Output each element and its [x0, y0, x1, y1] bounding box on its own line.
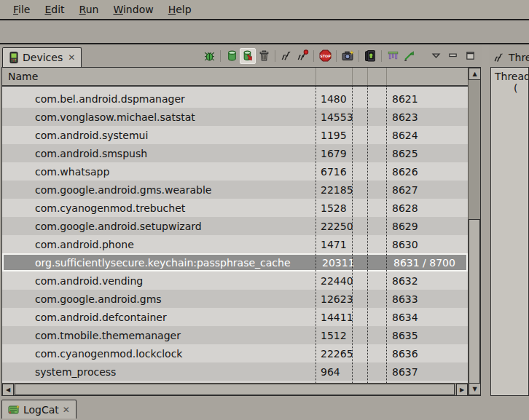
menu-help[interactable]: Help: [162, 1, 198, 17]
process-pid: 20311: [317, 257, 353, 269]
logcat-icon: [8, 405, 20, 415]
toolbar-separator: [220, 50, 221, 62]
update-heap-icon[interactable]: [224, 48, 240, 64]
toolbar-separator: [275, 50, 275, 62]
process-port: 8636: [386, 348, 468, 360]
table-row[interactable]: com.whatsapp67168626: [2, 162, 468, 181]
process-pid: 22265: [316, 348, 352, 360]
process-port: 8632: [386, 275, 468, 287]
process-pid: 964: [316, 366, 352, 378]
tab-threads[interactable]: Threads: [489, 44, 529, 67]
scroll-left-icon[interactable]: ◀: [2, 384, 14, 395]
table-row[interactable]: com.bel.android.dspmanager14808621: [2, 90, 468, 108]
table-row-selected[interactable]: org.sufficientlysecure.keychain:passphra…: [2, 253, 468, 272]
scroll-right-icon[interactable]: ▶: [456, 384, 468, 395]
panel-sash[interactable]: [482, 44, 489, 399]
process-port: 8631 / 8700: [388, 257, 466, 269]
phone-device-icon: [9, 52, 19, 63]
tab-devices-close-icon[interactable]: ✕: [68, 52, 75, 63]
column-divider[interactable]: [386, 68, 387, 85]
table-row[interactable]: com.vonglasow.michael.satstat145538623: [2, 108, 468, 126]
process-port: 8626: [386, 166, 468, 178]
start-method-profiling-icon[interactable]: [294, 48, 310, 64]
table-row[interactable]: com.tmobile.thememanager15128635: [2, 326, 468, 344]
column-gridline: [316, 87, 316, 383]
process-name: com.vonglasow.michael.satstat: [2, 111, 316, 123]
menu-file[interactable]: File: [7, 1, 36, 17]
tab-logcat-close-icon[interactable]: ✕: [63, 405, 70, 415]
process-name: com.android.phone: [2, 239, 316, 250]
horizontal-scroll-thumb[interactable]: [15, 384, 455, 395]
threads-message: Thread up (: [490, 67, 529, 396]
process-name: com.cyanogenmod.lockclock: [2, 348, 316, 360]
tab-logcat[interactable]: LogCat ✕: [1, 400, 77, 419]
stop-process-icon[interactable]: STOP: [317, 48, 333, 64]
process-name: com.whatsapp: [2, 166, 316, 178]
process-port: 8630: [386, 239, 468, 250]
scroll-up-icon[interactable]: ▲: [469, 68, 481, 80]
table-row[interactable]: com.cyanogenmod.trebuchet15288628: [2, 199, 468, 217]
vertical-scroll-track[interactable]: [469, 80, 480, 383]
scroll-down-icon[interactable]: ▼: [469, 383, 481, 395]
minimize-icon[interactable]: [446, 48, 459, 64]
process-name: com.tmobile.thememanager: [2, 330, 316, 341]
menu-run[interactable]: Run: [73, 1, 106, 17]
table-row[interactable]: com.android.systemui11958624: [2, 126, 468, 144]
process-name: com.google.android.gms: [2, 293, 316, 305]
tab-devices[interactable]: Devices ✕: [2, 47, 82, 67]
toolbar-separator: [336, 50, 337, 62]
column-divider[interactable]: [316, 68, 316, 85]
maximize-icon[interactable]: [463, 48, 477, 64]
devices-view-toolbar: STOP: [201, 48, 482, 64]
green-arrow-icon[interactable]: [401, 48, 417, 64]
menu-window[interactable]: Window: [106, 1, 160, 17]
process-pid: 12623: [316, 293, 352, 305]
horizontal-scrollbar[interactable]: ◀ ▶: [2, 383, 468, 395]
column-divider[interactable]: [367, 68, 368, 85]
table-row[interactable]: system_process9648637: [2, 362, 468, 381]
process-port: 8624: [386, 130, 468, 141]
tab-devices-label: Devices: [23, 52, 63, 63]
view-menu-icon[interactable]: [430, 48, 442, 64]
column-divider[interactable]: [352, 68, 353, 85]
table-row[interactable]: com.google.android.gms126238633: [2, 290, 468, 308]
process-pid: 14411: [316, 312, 352, 323]
phone-android-icon[interactable]: [362, 48, 378, 64]
devices-tabstrip: Devices ✕: [0, 44, 482, 67]
debug-icon[interactable]: [201, 48, 217, 64]
horizontal-scroll-track[interactable]: [14, 384, 456, 395]
toolbar-separator: [313, 50, 314, 62]
process-pid: 1679: [316, 148, 352, 159]
process-pid: 22440: [316, 275, 352, 287]
table-row[interactable]: com.google.android.setupwizard222508629: [2, 217, 468, 235]
process-pid: 6716: [316, 166, 352, 178]
column-gridline: [352, 87, 353, 383]
process-name: com.android.defcontainer: [2, 312, 316, 323]
process-port: 8625: [386, 148, 468, 159]
process-name: com.bel.android.dspmanager: [2, 93, 316, 105]
process-port: 8634: [386, 312, 468, 323]
process-port: 8621: [386, 93, 468, 105]
process-port: 8633: [386, 293, 468, 305]
table-row[interactable]: com.android.phone14718630: [2, 235, 468, 253]
cause-gc-icon[interactable]: [256, 48, 272, 64]
menu-edit[interactable]: Edit: [38, 1, 71, 17]
update-threads-icon[interactable]: [278, 48, 294, 64]
sysinfo-bars-icon[interactable]: [385, 48, 401, 64]
vertical-scroll-thumb[interactable]: [469, 219, 480, 383]
table-row[interactable]: com.android.smspush16798625: [2, 144, 468, 162]
table-row[interactable]: com.android.defcontainer144118634: [2, 308, 468, 326]
table-row[interactable]: com.cyanogenmod.lockclock222658636: [2, 344, 468, 362]
dump-hprof-icon[interactable]: [240, 48, 256, 64]
screen-capture-icon[interactable]: [340, 48, 356, 64]
process-port: 8627: [386, 184, 468, 196]
process-port: 8635: [386, 330, 468, 341]
threads-panel: Threads Thread up (: [489, 44, 529, 399]
column-header-name[interactable]: Name: [2, 71, 38, 82]
table-row[interactable]: com.google.android.gms.wearable221858627: [2, 181, 468, 199]
table-row[interactable]: com.android.vending224408632: [2, 272, 468, 290]
tab-threads-label: Threads: [509, 52, 529, 63]
vertical-scrollbar[interactable]: ▲ ▼: [468, 68, 480, 395]
process-list: com.bel.android.dspmanager14808621com.vo…: [2, 87, 468, 383]
devices-panel: Devices ✕: [0, 44, 482, 399]
